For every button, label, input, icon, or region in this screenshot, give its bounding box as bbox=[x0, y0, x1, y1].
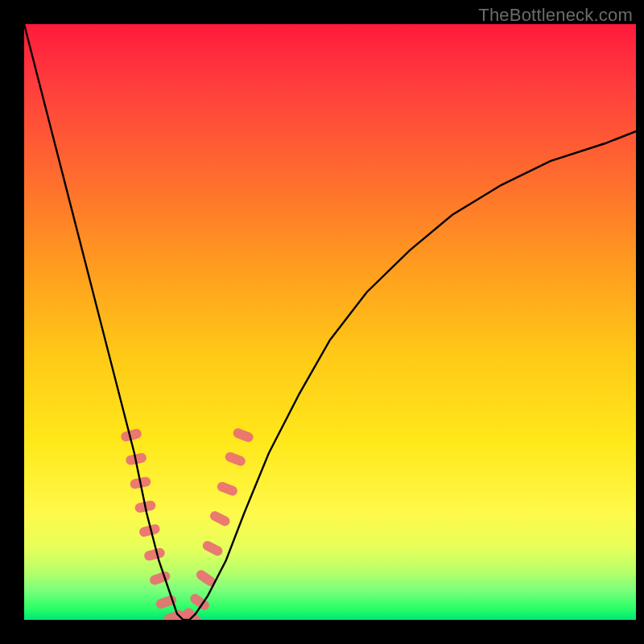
plot-area bbox=[24, 24, 636, 620]
marker bbox=[143, 547, 166, 562]
marker bbox=[148, 570, 171, 586]
data-markers bbox=[120, 427, 254, 620]
bottleneck-curve bbox=[24, 24, 636, 620]
marker bbox=[232, 427, 255, 444]
marker bbox=[201, 539, 225, 558]
chart-frame: TheBottleneck.com bbox=[0, 0, 644, 644]
marker bbox=[216, 481, 239, 497]
curve-layer bbox=[24, 24, 636, 620]
watermark-text: TheBottleneck.com bbox=[478, 5, 633, 26]
marker bbox=[208, 510, 232, 528]
marker bbox=[224, 451, 247, 468]
